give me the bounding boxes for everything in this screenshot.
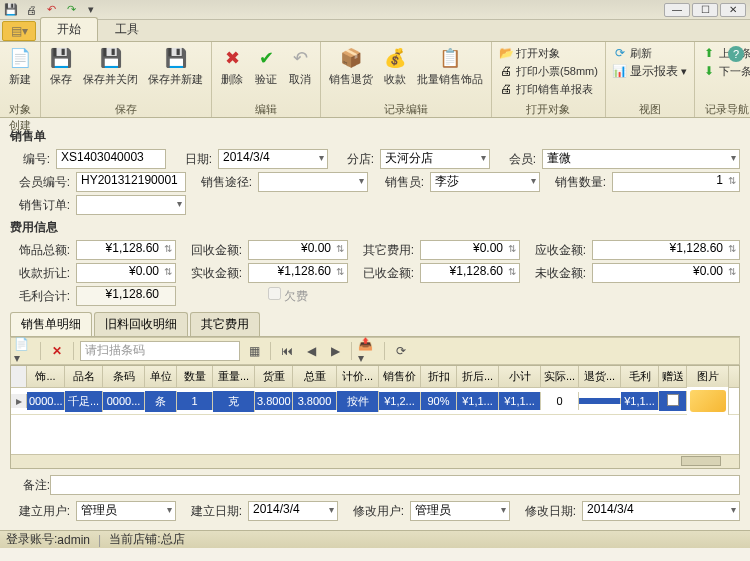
gh-8[interactable]: 计价...	[337, 366, 379, 387]
app-menu-button[interactable]: ▤▾	[2, 21, 36, 41]
input-recycle[interactable]: ¥0.00	[248, 240, 348, 260]
save-button[interactable]: 💾保存	[45, 44, 77, 89]
print58-button[interactable]: 🖨打印小票(58mm)	[496, 62, 601, 80]
printsalelist-button[interactable]: 🖨打印销售单报表	[496, 80, 601, 98]
gnext-icon[interactable]: ▶	[325, 341, 345, 361]
gh-13[interactable]: 实际...	[541, 366, 579, 387]
detail-tabs: 销售单明细 旧料回收明细 其它费用	[10, 312, 740, 337]
gh-14[interactable]: 退货...	[579, 366, 621, 387]
salesreturn-button[interactable]: 📦销售退货	[325, 44, 377, 89]
gh-12[interactable]: 小计	[499, 366, 541, 387]
help-icon[interactable]: ?	[728, 46, 744, 62]
label-other: 其它费用:	[354, 242, 414, 259]
savenew-button[interactable]: 💾保存并新建	[144, 44, 207, 89]
gift-checkbox[interactable]	[659, 391, 687, 411]
dtab-sales[interactable]: 销售单明细	[10, 312, 92, 336]
qat-print-icon[interactable]: 🖨	[24, 3, 38, 17]
label-orderno: 销售订单:	[10, 197, 70, 214]
qat-undo-icon[interactable]: ↶	[44, 3, 58, 17]
gh-5[interactable]: 重量...	[213, 366, 255, 387]
input-member[interactable]: 董微	[542, 149, 740, 169]
gexport-icon[interactable]: 📤▾	[358, 341, 378, 361]
input-date[interactable]: 2014/3/4	[218, 149, 328, 169]
window-close[interactable]: ✕	[720, 3, 746, 17]
input-orderno[interactable]	[76, 195, 186, 215]
arrears-checkbox[interactable]: 欠费	[268, 287, 308, 305]
qat-dropdown-icon[interactable]: ▾	[84, 3, 98, 17]
gprev-icon[interactable]: ◀	[301, 341, 321, 361]
input-due[interactable]: ¥1,128.60	[592, 240, 740, 260]
label-discount: 收款折让:	[10, 265, 70, 282]
label-paid: 已收金额:	[354, 265, 414, 282]
group-view: 视图	[610, 101, 690, 117]
next-button[interactable]: ⬇下一条	[699, 62, 750, 80]
input-qty[interactable]: 1	[612, 172, 740, 192]
new-button[interactable]: 📄新建	[4, 44, 36, 89]
input-seller[interactable]: 李莎	[430, 172, 540, 192]
gh-10[interactable]: 折扣	[421, 366, 457, 387]
input-memberno[interactable]: HY201312190001	[76, 172, 186, 192]
label-memberno: 会员编号:	[10, 174, 70, 191]
input-unpaid[interactable]: ¥0.00	[592, 263, 740, 283]
input-createdate[interactable]: 2014/3/4	[248, 501, 338, 521]
form-area: 销售单 编号: XS1403040003 日期: 2014/3/4 分店: 天河…	[0, 118, 750, 530]
input-discount[interactable]: ¥0.00	[76, 263, 176, 283]
gh-6[interactable]: 货重	[255, 366, 293, 387]
showrpt-button[interactable]: 📊显示报表 ▾	[610, 62, 690, 80]
gh-11[interactable]: 折后...	[457, 366, 499, 387]
status-store: 总店	[161, 531, 185, 548]
gh-3[interactable]: 单位	[145, 366, 177, 387]
input-total[interactable]: ¥1,128.60	[76, 240, 176, 260]
gdelete-icon[interactable]: ✕	[47, 341, 67, 361]
gh-4[interactable]: 数量	[177, 366, 213, 387]
input-moddate[interactable]: 2014/3/4	[582, 501, 740, 521]
label-branch: 分店:	[334, 151, 374, 168]
label-saleway: 销售途径:	[192, 174, 252, 191]
refresh-button[interactable]: ⟳刷新	[610, 44, 690, 62]
gh-7[interactable]: 总重	[293, 366, 337, 387]
validate-button[interactable]: ✔验证	[250, 44, 282, 89]
saveclose-button[interactable]: 💾保存并关闭	[79, 44, 142, 89]
gh-9[interactable]: 销售价	[379, 366, 421, 387]
dtab-other[interactable]: 其它费用	[190, 312, 260, 336]
input-paid[interactable]: ¥1,128.60	[420, 263, 520, 283]
gscan-icon[interactable]: ▦	[244, 341, 264, 361]
batchsales-button[interactable]: 📋批量销售饰品	[413, 44, 487, 89]
gh-16[interactable]: 赠送	[659, 366, 687, 387]
tab-tools[interactable]: 工具	[98, 17, 156, 41]
grid-row[interactable]: ▸ 0000... 千足... 0000... 条 1 克 3.8000 3.8…	[11, 388, 739, 414]
collect-button[interactable]: 💰收款	[379, 44, 411, 89]
window-minimize[interactable]: —	[664, 3, 690, 17]
gh-15[interactable]: 毛利	[621, 366, 659, 387]
gh-2[interactable]: 条码	[103, 366, 145, 387]
input-branch[interactable]: 天河分店	[380, 149, 490, 169]
input-moduser[interactable]: 管理员	[410, 501, 510, 521]
gh-0[interactable]: 饰...	[27, 366, 65, 387]
input-actual[interactable]: ¥1,128.60	[248, 263, 348, 283]
label-member: 会员:	[496, 151, 536, 168]
openobj-button[interactable]: 📂打开对象	[496, 44, 601, 62]
gfirst-icon[interactable]: ⏮	[277, 341, 297, 361]
grefresh-icon[interactable]: ⟳	[391, 341, 411, 361]
delete-button[interactable]: ✖删除	[216, 44, 248, 89]
status-login-label: 登录账号:	[6, 531, 57, 548]
qat-save-icon[interactable]: 💾	[4, 3, 18, 17]
group-nav: 记录导航	[699, 101, 750, 117]
grid-scrollbar[interactable]	[11, 454, 739, 468]
barcode-input[interactable]: 请扫描条码	[80, 341, 240, 361]
tab-start[interactable]: 开始	[40, 17, 98, 41]
input-saleway[interactable]	[258, 172, 368, 192]
window-maximize[interactable]: ☐	[692, 3, 718, 17]
input-other[interactable]: ¥0.00	[420, 240, 520, 260]
gh-1[interactable]: 品名	[65, 366, 103, 387]
input-createuser[interactable]: 管理员	[76, 501, 176, 521]
qat-redo-icon[interactable]: ↷	[64, 3, 78, 17]
cancel-button[interactable]: ↶取消	[284, 44, 316, 89]
ribbon: ? 📄新建 对象创建 💾保存 💾保存并关闭 💾保存并新建 保存 ✖删除 ✔验证 …	[0, 42, 750, 118]
input-no[interactable]: XS1403040003	[56, 149, 166, 169]
gnew-icon[interactable]: 📄▾	[14, 341, 34, 361]
input-remark[interactable]	[50, 475, 740, 495]
label-createdate: 建立日期:	[182, 503, 242, 520]
dtab-recycle[interactable]: 旧料回收明细	[94, 312, 188, 336]
gh-17[interactable]: 图片	[687, 366, 729, 387]
